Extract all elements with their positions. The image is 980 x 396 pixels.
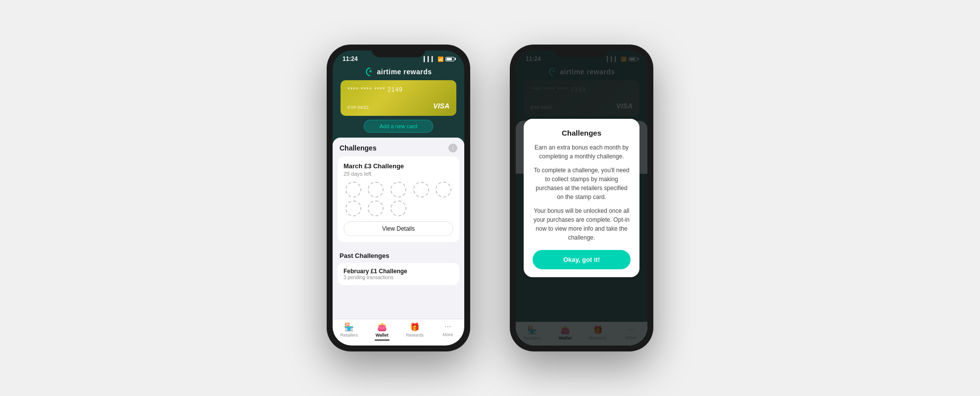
- challenge-days-left: 29 days left: [343, 171, 453, 177]
- modal-overlay: Challenges Earn an extra bonus each mont…: [516, 50, 647, 346]
- signal-icon: ▎▎▎: [424, 56, 436, 62]
- stamps-grid: [343, 182, 453, 216]
- nav-item-more[interactable]: ··· More: [432, 322, 465, 341]
- stamp-5: [436, 182, 451, 198]
- challenges-title: Challenges: [340, 144, 377, 152]
- phone-1-screen: 11:24 ▎▎▎ 📶 airtime rewards **** **** **…: [333, 50, 464, 346]
- main-content: Challenges i March £3 Challenge 29 days …: [333, 138, 464, 319]
- airtime-logo-icon: [365, 67, 374, 76]
- stamp-8: [391, 200, 406, 216]
- wallet-label: Wallet: [376, 333, 389, 338]
- stamp-1: [345, 182, 361, 198]
- stamp-7: [368, 200, 384, 216]
- modal-paragraph-2: To complete a challenge, you'll need to …: [533, 166, 631, 201]
- past-challenge-card[interactable]: February £1 Challenge 3 pending transact…: [338, 263, 459, 285]
- retailers-icon: 🏪: [344, 322, 354, 332]
- past-challenges-title: Past Challenges: [340, 252, 389, 259]
- notch-2: [554, 45, 609, 57]
- stamp-2: [368, 182, 384, 198]
- challenge-name: March £3 Challenge: [343, 162, 453, 170]
- modal-paragraph-1: Earn an extra bonus each month by comple…: [533, 143, 631, 161]
- nav-item-rewards[interactable]: 🎁 Rewards: [398, 322, 432, 341]
- past-challenge-sub: 3 pending transactions: [343, 275, 453, 280]
- past-challenge-name: February £1 Challenge: [343, 268, 453, 275]
- view-details-button[interactable]: View Details: [343, 221, 453, 236]
- battery-icon: [445, 57, 454, 61]
- okay-got-it-button[interactable]: Okay, got it!: [533, 250, 631, 269]
- card-number: **** **** **** 2149: [347, 86, 449, 93]
- card-bottom: EXP 04/22 VISA: [347, 102, 449, 110]
- rewards-label: Rewards: [406, 333, 424, 338]
- modal-paragraph-3: Your bonus will be unlocked once all you…: [533, 206, 631, 242]
- status-time: 11:24: [343, 55, 358, 62]
- challenges-section-header: Challenges i: [333, 138, 464, 156]
- more-label: More: [442, 332, 453, 337]
- notch: [371, 45, 426, 57]
- wallet-indicator: [375, 340, 390, 341]
- rewards-icon: 🎁: [410, 322, 420, 332]
- card-area: **** **** **** 2149 EXP 04/22 VISA Add a…: [333, 80, 464, 138]
- card-expiry: EXP 04/22: [347, 105, 369, 110]
- nav-item-wallet[interactable]: 👛 Wallet: [366, 322, 399, 341]
- phone-2: 11:24 ▎▎▎ 📶 airtime rewards: [510, 45, 653, 351]
- bottom-nav: 🏪 Retailers 👛 Wallet 🎁 Rewards ··· More: [333, 319, 464, 346]
- retailers-label: Retailers: [340, 333, 358, 338]
- credit-card: **** **** **** 2149 EXP 04/22 VISA: [341, 80, 456, 116]
- add-card-button[interactable]: Add a new card: [364, 120, 433, 133]
- stamp-3: [391, 182, 406, 198]
- stamp-6: [345, 200, 361, 216]
- modal-title: Challenges: [533, 129, 631, 137]
- app-header: airtime rewards: [333, 64, 464, 80]
- card-brand: VISA: [433, 102, 449, 110]
- phone-2-screen: 11:24 ▎▎▎ 📶 airtime rewards: [516, 50, 647, 346]
- info-button[interactable]: i: [448, 144, 457, 152]
- challenges-modal: Challenges Earn an extra bonus each mont…: [524, 119, 639, 277]
- past-challenges-header: Past Challenges: [333, 247, 464, 263]
- status-icons: ▎▎▎ 📶: [424, 56, 454, 62]
- more-icon: ···: [444, 322, 451, 331]
- stamp-4: [413, 182, 429, 198]
- phone-1: 11:24 ▎▎▎ 📶 airtime rewards **** **** **…: [327, 45, 470, 351]
- wifi-icon: 📶: [438, 56, 443, 62]
- current-challenge-card: March £3 Challenge 29 days left View Det…: [338, 156, 459, 242]
- nav-item-retailers[interactable]: 🏪 Retailers: [333, 322, 366, 341]
- wallet-icon: 👛: [377, 322, 387, 332]
- app-title: airtime rewards: [377, 68, 432, 76]
